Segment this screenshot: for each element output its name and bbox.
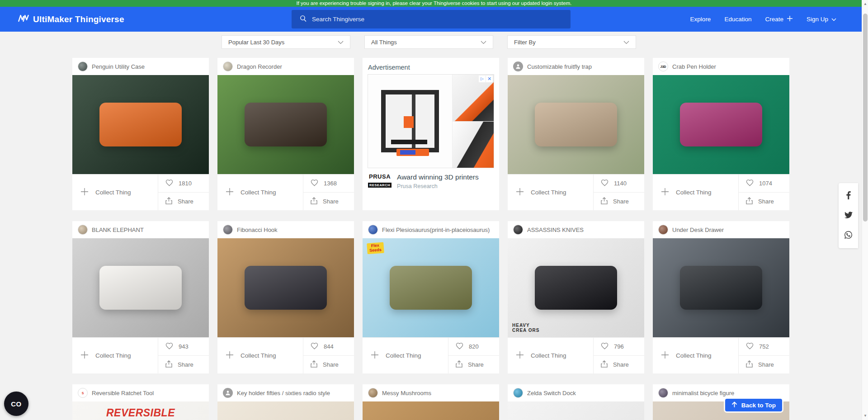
creator-avatar[interactable] xyxy=(513,388,523,398)
creator-avatar[interactable] xyxy=(223,225,233,235)
facebook-icon xyxy=(846,191,851,201)
thing-card: Flexi Plesiosaurus(print-in-placeiosauru… xyxy=(363,221,499,373)
twitter-share-button[interactable] xyxy=(839,206,858,226)
creator-avatar[interactable] xyxy=(223,388,233,398)
scrollbar[interactable]: ▲ ▼ xyxy=(862,0,868,420)
card-actions: 1368 Share xyxy=(303,175,354,210)
thing-thumbnail[interactable] xyxy=(72,238,209,337)
creator-avatar[interactable] xyxy=(658,225,668,235)
thing-title[interactable]: Fibonacci Hook xyxy=(237,227,278,233)
plus-icon xyxy=(371,351,379,360)
category-dropdown[interactable]: All Things xyxy=(364,35,493,49)
thing-title[interactable]: Under Desk Drawer xyxy=(672,227,724,233)
collect-thing-button[interactable]: Collect Thing xyxy=(508,175,593,210)
ad-headline[interactable]: Award winning 3D printers xyxy=(397,173,479,181)
scrollbar-thumb[interactable] xyxy=(863,14,868,222)
collect-thing-button[interactable]: Collect Thing xyxy=(653,175,738,210)
like-button[interactable]: 943 xyxy=(158,338,209,355)
collect-thing-button[interactable]: Collect Thing xyxy=(72,175,158,210)
thing-title[interactable]: minimalist bicycle figure xyxy=(672,390,734,396)
share-button[interactable]: Share xyxy=(303,355,354,373)
nav-education[interactable]: Education xyxy=(724,16,751,23)
thing-title[interactable]: Crab Pen Holder xyxy=(672,63,716,70)
thing-thumbnail[interactable] xyxy=(653,238,789,337)
thing-thumbnail[interactable] xyxy=(363,401,499,420)
collect-thing-button[interactable]: Collect Thing xyxy=(72,338,158,373)
thing-thumbnail[interactable] xyxy=(653,75,789,174)
scrollbar-up-arrow[interactable]: ▲ xyxy=(862,1,868,7)
sort-dropdown[interactable]: Popular Last 30 Days xyxy=(222,35,350,49)
share-button[interactable]: Share xyxy=(448,355,499,373)
thing-title[interactable]: Messy Mushrooms xyxy=(382,390,431,396)
thing-thumbnail[interactable] xyxy=(508,401,644,420)
collect-thing-button[interactable]: Collect Thing xyxy=(217,338,303,373)
like-button[interactable]: 1074 xyxy=(739,175,789,192)
nav-create[interactable]: Create xyxy=(765,15,793,23)
filter-by-dropdown[interactable]: Filter By xyxy=(507,35,636,49)
thing-title[interactable]: Customizable fruitfly trap xyxy=(527,63,592,70)
thing-card-header: Customizable fruitfly trap xyxy=(508,58,644,75)
like-button[interactable]: 1140 xyxy=(594,175,644,192)
brand-logo[interactable]: UltiMaker Thingiverse xyxy=(18,14,124,24)
thing-thumbnail[interactable]: Flex Seeds xyxy=(363,238,499,337)
like-button[interactable]: 844 xyxy=(303,338,354,355)
thing-thumbnail[interactable] xyxy=(217,238,354,337)
creator-avatar[interactable] xyxy=(223,61,233,71)
thing-thumbnail[interactable] xyxy=(217,401,354,420)
thing-card-header: Zelda Switch Dock xyxy=(508,384,644,401)
collect-thing-button[interactable]: Collect Thing xyxy=(653,338,738,373)
thing-thumbnail[interactable] xyxy=(508,75,644,174)
creator-avatar[interactable] xyxy=(513,225,523,235)
thing-thumbnail[interactable] xyxy=(217,75,354,174)
collect-thing-button[interactable]: Collect Thing xyxy=(508,338,593,373)
share-button[interactable]: Share xyxy=(594,355,644,373)
thing-title[interactable]: Key holder fifties / sixties radio style xyxy=(237,390,330,396)
like-button[interactable]: 1810 xyxy=(158,175,209,192)
creator-avatar[interactable] xyxy=(368,225,378,235)
cookie-consent-badge[interactable]: CO xyxy=(4,392,28,416)
thing-title[interactable]: Penguin Utility Case xyxy=(92,63,145,70)
whatsapp-share-button[interactable] xyxy=(839,226,858,245)
search-bar[interactable] xyxy=(292,10,571,28)
creator-avatar[interactable]: S xyxy=(78,388,88,398)
thing-title[interactable]: Flexi Plesiosaurus(print-in-placeiosauru… xyxy=(382,227,490,233)
creator-avatar[interactable] xyxy=(368,388,378,398)
like-count: 1368 xyxy=(324,180,337,187)
share-button[interactable]: Share xyxy=(158,192,209,210)
share-button[interactable]: Share xyxy=(303,192,354,210)
creator-avatar[interactable] xyxy=(513,61,523,71)
creator-avatar[interactable] xyxy=(658,388,668,398)
share-button[interactable]: Share xyxy=(158,355,209,373)
adchoices-icon[interactable]: ▷ xyxy=(479,76,486,82)
scrollbar-down-arrow[interactable]: ▼ xyxy=(862,413,868,419)
like-button[interactable]: 796 xyxy=(594,338,644,355)
like-button[interactable]: 1368 xyxy=(303,175,354,192)
thumbnail-subject-shape xyxy=(680,266,762,309)
share-icon xyxy=(746,197,753,206)
thing-title[interactable]: Dragon Recorder xyxy=(237,63,282,70)
thing-title[interactable]: Zelda Switch Dock xyxy=(527,390,576,396)
share-button[interactable]: Share xyxy=(594,192,644,210)
thing-thumbnail[interactable]: HEAVY CREA ORS xyxy=(508,238,644,337)
thing-thumbnail[interactable]: REVERSIBLE xyxy=(72,401,209,420)
nav-sign-up[interactable]: Sign Up xyxy=(807,16,836,23)
thing-title[interactable]: Reversible Ratchet Tool xyxy=(92,390,154,396)
thing-thumbnail[interactable] xyxy=(72,75,209,174)
like-button[interactable]: 820 xyxy=(448,338,499,355)
thing-title[interactable]: BLANK ELEPHANT xyxy=(92,227,144,233)
search-input[interactable] xyxy=(312,16,547,23)
nav-explore[interactable]: Explore xyxy=(690,16,711,23)
collect-thing-button[interactable]: Collect Thing xyxy=(217,175,303,210)
ad-close-icon[interactable]: ✕ xyxy=(486,76,493,82)
share-button[interactable]: Share xyxy=(739,355,789,373)
creator-avatar[interactable]: J3D xyxy=(658,61,668,71)
like-button[interactable]: 752 xyxy=(739,338,789,355)
creator-avatar[interactable] xyxy=(78,61,88,71)
collect-thing-button[interactable]: Collect Thing xyxy=(363,338,448,373)
share-button[interactable]: Share xyxy=(739,192,789,210)
thing-title[interactable]: ASSASSINS KNIVES xyxy=(527,227,584,233)
facebook-share-button[interactable] xyxy=(839,186,858,206)
back-to-top-button[interactable]: Back to Top xyxy=(725,399,782,411)
creator-avatar[interactable] xyxy=(78,225,88,235)
ad-banner[interactable]: ▷ ✕ xyxy=(368,74,494,168)
